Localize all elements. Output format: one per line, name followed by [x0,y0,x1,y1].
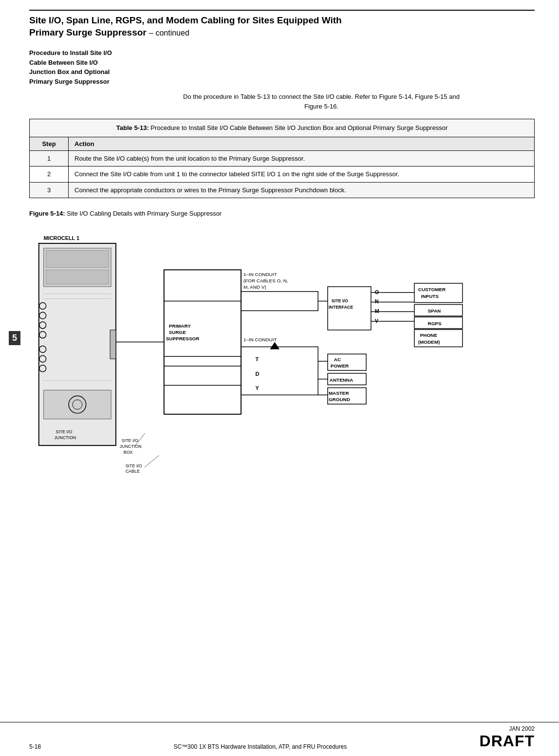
col-header-action: Action [69,137,535,150]
step-1-action: Route the Site I/O cable(s) from the uni… [69,150,535,166]
footer-center-text: SC™300 1X BTS Hardware Installation, ATP… [173,743,347,750]
svg-text:SITE I/O: SITE I/O [56,430,72,435]
svg-text:(FOR CABLES O, N,: (FOR CABLES O, N, [243,278,288,283]
conduit-pipe-lower [241,347,318,395]
figure-caption-bold: Figure 5-14: [29,210,65,217]
page-footer: 5-18 SC™300 1X BTS Hardware Installation… [0,722,559,750]
t-label: T [256,356,259,362]
site-io-cable-label1: SITE I/O [126,463,142,468]
top-border [29,10,535,11]
step-1-num: 1 [30,150,69,166]
col-header-step: Step [30,137,69,150]
conduit-pipe-upper [241,292,318,311]
figure-area: MICROCELL 1 [29,225,535,507]
site-io-jbox-label1: SITE I/O [122,439,138,443]
title-continued: – continued [149,29,189,37]
y-label: Y [256,386,260,391]
step-2-action: Connect the Site I/O cable from unit 1 t… [69,166,535,183]
svg-text:BOX: BOX [124,450,133,455]
svg-text:JUNCTION: JUNCTION [54,436,76,441]
customer-inputs-label2: INPUTS [421,294,439,299]
v-label: V [375,318,379,324]
table-title-rest: Procedure to Install Site I/O Cable Betw… [149,124,447,131]
step-2-num: 2 [30,166,69,183]
antenna-label: ANTENNA [330,377,353,383]
step-3-num: 3 [30,182,69,198]
footer-draft: DRAFT [480,732,535,750]
d-label: D [256,371,260,377]
svg-text:SURGE: SURGE [169,330,186,335]
site-io-label2: INTERFACE [329,305,353,310]
step-3-action: Connect the appropriate conductors or wi… [69,182,535,198]
footer-page-num: 5-18 [29,743,41,750]
connector-right [110,330,116,359]
svg-text:CABLE: CABLE [126,469,140,474]
procedure-table: Table 5-13: Procedure to Install Site I/… [29,119,535,198]
svg-text:SUPPRESSOR: SUPPRESSOR [166,336,200,341]
ac-power-label1: AC [334,357,341,362]
svg-text:JUNCTION: JUNCTION [120,444,142,449]
span-label: SPAN [428,309,441,314]
conduit2-label-text: 1–IN CONDUIT [243,337,277,342]
master-ground-label1: MASTER [329,391,349,396]
svg-rect-1 [46,270,109,285]
sidebar-number: 5 [9,331,20,345]
customer-inputs-label1: CUSTOMER [418,287,446,292]
table-row: 1 Route the Site I/O cable(s) from the u… [30,150,535,166]
footer-right: JAN 2002 DRAFT [480,725,535,750]
table-title: Table 5-13: Procedure to Install Site I/… [30,119,535,137]
n-label: N [375,299,379,305]
microcell-label: MICROCELL 1 [44,235,79,241]
phone-label1: PHONE [420,332,438,338]
figure-caption: Figure 5-14: Site I/O Cabling Details wi… [29,210,535,217]
footer-date: JAN 2002 [509,725,535,732]
title-main: Site I/O, Span Line, RGPS, and Modem Cab… [29,15,342,25]
conduit1-label-text: 1–IN CONDUIT [243,272,277,277]
phone-label2: (MODEM) [418,339,440,345]
primary-surge-box [164,270,241,415]
svg-text:M, AND V): M, AND V) [243,284,266,290]
table-row: 2 Connect the Site I/O cable from unit 1… [30,166,535,183]
page-title: Site I/O, Span Line, RGPS, and Modem Cab… [29,15,535,38]
table-row: 3 Connect the appropriate conductors or … [30,182,535,198]
conduit-arrow [270,342,280,350]
procedure-heading: Procedure to Install Site I/O Cable Betw… [29,48,535,86]
intro-text: Do the procedure in Table 5-13 to connec… [175,92,467,111]
primary-surge-label: PRIMARY [169,323,191,329]
o-label: O [375,289,379,295]
svg-rect-12 [44,390,111,419]
page-container: Site I/O, Span Line, RGPS, and Modem Cab… [0,0,559,756]
svg-line-44 [145,455,159,467]
table-title-bold: Table 5-13: [116,124,149,131]
m-label: M [375,309,379,314]
master-ground-label2: GROUND [329,397,350,403]
title-sub: Primary Surge Suppressor [29,27,147,37]
ac-power-label2: POWER [331,363,349,369]
diagram-svg: MICROCELL 1 [29,225,535,507]
rgps-label: RGPS [428,321,442,326]
svg-rect-0 [46,251,109,268]
site-io-label1: SITE I/O [332,299,348,304]
figure-caption-rest: Site I/O Cabling Details with Primary Su… [65,210,222,217]
